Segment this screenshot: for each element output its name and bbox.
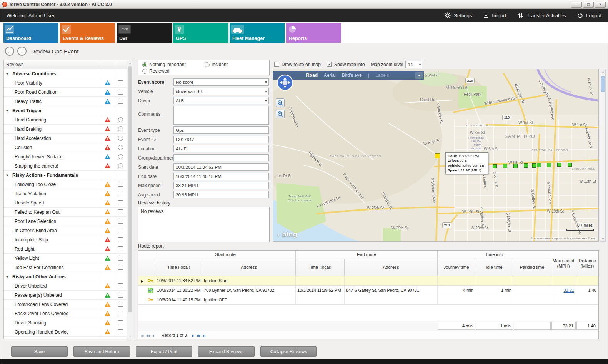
review-radio-hard-acceleration[interactable]	[118, 136, 123, 141]
review-checkbox-yellow-light[interactable]	[118, 256, 123, 261]
map-view-road[interactable]: Road	[306, 73, 318, 78]
route-marker-green[interactable]	[547, 163, 551, 167]
settings-button[interactable]: Settings	[445, 12, 472, 18]
radio-reviewed[interactable]: Reviewed	[142, 68, 170, 74]
map-zoom-select[interactable]: 14	[405, 61, 422, 68]
import-button[interactable]: Import	[483, 12, 506, 18]
scrollbar-thumb[interactable]	[128, 66, 132, 312]
next-record-button[interactable]: ▶	[192, 334, 194, 337]
zoom-out-button[interactable]	[276, 110, 285, 118]
map-view-labels[interactable]: Labels	[375, 73, 389, 78]
route-marker-green[interactable]	[532, 163, 536, 168]
radio-incident[interactable]: Incident	[205, 62, 228, 67]
start-date-field[interactable]: 10/3/2014 11:34:52 PM	[173, 163, 269, 171]
review-group-adverse-conditions[interactable]: Adverse Conditions	[4, 69, 127, 78]
max-speed-column-header[interactable]: Max speed (MPH)	[551, 251, 576, 276]
route-marker-green[interactable]	[503, 164, 507, 168]
review-checkbox-too-fast-for-conditions[interactable]	[118, 265, 123, 270]
scrollbar-thumb[interactable]	[601, 76, 605, 92]
map-compass[interactable]	[276, 74, 294, 93]
tab-fleet-manager[interactable]: Fleet Manager	[230, 23, 285, 43]
parking-time-column-header[interactable]: Parking time	[513, 259, 551, 276]
route-marker-green[interactable]	[493, 164, 497, 168]
route-report-row[interactable]: 10/3/2014 11:34:52 PMIgnition Start	[138, 276, 598, 286]
route-marker-green[interactable]	[568, 163, 572, 167]
event-type-field[interactable]: Gps	[173, 126, 269, 134]
review-radio-slapping-the-camera[interactable]	[118, 163, 123, 168]
route-marker-yellow[interactable]	[435, 153, 440, 158]
scroll-down-icon[interactable]	[600, 236, 606, 241]
driver-select[interactable]: Al B	[173, 97, 269, 104]
show-map-info-checkbox[interactable]	[327, 62, 332, 67]
review-checkbox-operating-handled-device[interactable]	[118, 329, 123, 334]
minimize-button[interactable]	[571, 2, 582, 8]
route-report-row[interactable]: 10/3/2014 11:40:15 PMIgnition OFF	[138, 295, 598, 305]
reviews-scrollbar[interactable]	[127, 60, 133, 339]
first-record-button[interactable]: |◀	[141, 334, 143, 337]
avg-speed-field[interactable]: 20.98 MPH	[173, 191, 269, 198]
route-report-row[interactable]: 10/3/2014 11:35:22 PM708 Bynner Dr, San …	[138, 286, 598, 295]
review-checkbox-poor-road-condition[interactable]	[118, 90, 123, 95]
export-print-button[interactable]: Export / Print	[136, 346, 192, 357]
transfer-button[interactable]: Transfer Activities	[518, 12, 566, 18]
logout-button[interactable]: Logout	[577, 12, 601, 18]
review-checkbox-red-light[interactable]	[118, 246, 123, 251]
collapse-reviews-button[interactable]: Collapse Reviews	[260, 346, 317, 357]
scroll-up-icon[interactable]	[127, 60, 133, 66]
review-checkbox-driver-unbelted[interactable]	[118, 283, 123, 288]
review-radio-collision[interactable]	[118, 145, 123, 150]
vehicle-select[interactable]: idrive Van SB	[173, 88, 269, 95]
tab-gps[interactable]: GPS	[173, 23, 228, 43]
tab-dashboard[interactable]: Dashboard	[3, 23, 58, 43]
scroll-down-icon[interactable]	[127, 333, 133, 339]
map-view-birds-eye[interactable]: Bird's eye	[342, 73, 362, 78]
comments-input[interactable]	[173, 106, 269, 125]
event-score-select[interactable]: No score	[173, 78, 269, 86]
tab-dvr[interactable]: DVRDvr	[117, 23, 172, 43]
review-checkbox-front-road-lens-covered[interactable]	[118, 302, 123, 307]
maximize-button[interactable]	[583, 2, 594, 8]
collapse-arrow-icon[interactable]	[6, 274, 10, 279]
route-marker-green[interactable]	[537, 163, 541, 167]
map-scrollbar[interactable]	[600, 69, 606, 242]
save-and-return-button[interactable]: Save and Return	[73, 346, 130, 357]
review-radio-rough-uneven-surface[interactable]	[118, 154, 123, 159]
route-marker-green[interactable]	[513, 164, 518, 168]
review-checkbox-poor-lane-selection[interactable]	[118, 219, 123, 224]
bing-map[interactable]: Trudie DrN Front StPeck ParkW Summerland…	[273, 69, 599, 242]
route-marker-green[interactable]	[557, 163, 561, 167]
review-checkbox-failed-to-keep-an-out[interactable]	[118, 209, 123, 214]
idle-time-column-header[interactable]: Idle time	[475, 259, 513, 276]
tab-events-reviews[interactable]: Events & Reviews	[60, 23, 115, 43]
review-checkbox-back-driver-lens-covered[interactable]	[118, 311, 123, 316]
last-record-button[interactable]: ▶|	[203, 334, 205, 337]
max-speed-field[interactable]: 33.21 MPH	[173, 182, 269, 189]
radio-nothing-important[interactable]: Nothing important	[142, 62, 186, 67]
map-view-aerial[interactable]: Aerial	[324, 73, 336, 78]
collapse-page-button[interactable]	[17, 47, 27, 56]
review-checkbox-heavy-traffic[interactable]	[118, 99, 123, 104]
end-address-column-header[interactable]: Address	[345, 259, 438, 276]
expand-reviews-button[interactable]: Expand Reviews	[198, 346, 255, 357]
scroll-up-icon[interactable]	[600, 69, 606, 75]
review-radio-hard-cornering[interactable]	[118, 117, 123, 122]
draw-route-checkbox[interactable]	[274, 62, 279, 67]
prev-record-button[interactable]: ◀	[152, 334, 154, 337]
max-speed-link[interactable]: 33.21	[563, 288, 574, 293]
start-address-column-header[interactable]: Address	[202, 259, 296, 276]
location-field[interactable]: Al - FL	[173, 145, 269, 152]
end-date-field[interactable]: 10/3/2014 11:40:15 PM	[173, 173, 269, 180]
review-checkbox-in-other-s-blind-area[interactable]	[118, 228, 123, 233]
prev-page-button[interactable]: ◀◀	[145, 334, 149, 337]
map-bar-collapse-button[interactable]: «	[415, 72, 423, 79]
collapse-arrow-icon[interactable]	[6, 71, 10, 76]
route-marker-green[interactable]	[524, 163, 528, 168]
close-button[interactable]	[595, 2, 606, 8]
end-time-column-header[interactable]: Time (local)	[296, 259, 345, 276]
tab-reports[interactable]: Reports	[286, 23, 341, 43]
group-department-field[interactable]	[173, 154, 269, 161]
review-checkbox-incomplete-stop[interactable]	[118, 237, 123, 242]
event-id-field[interactable]: G017647	[173, 136, 269, 143]
review-group-event-trigger[interactable]: Event Trigger	[4, 106, 127, 115]
review-checkbox-traffic-violation[interactable]	[118, 191, 123, 196]
